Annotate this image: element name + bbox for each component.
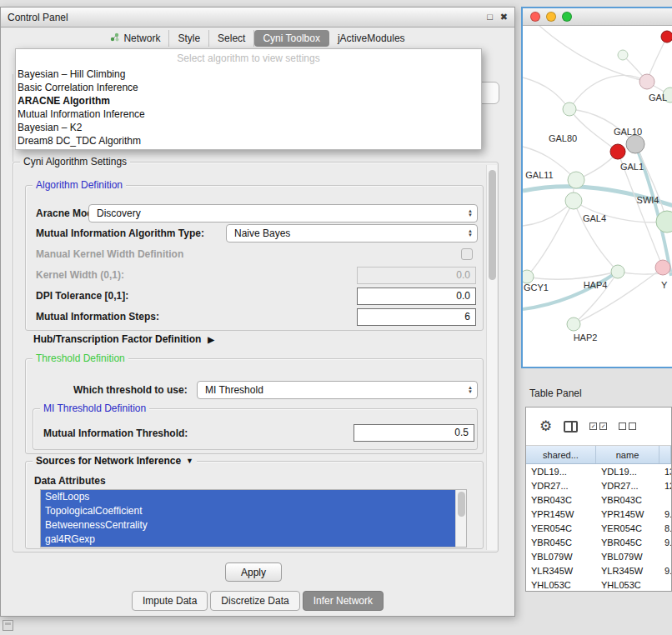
table-cell: YBR043C bbox=[596, 495, 659, 505]
dpi-tolerance-field[interactable]: 0.0 bbox=[357, 288, 476, 305]
node-gcy1[interactable] bbox=[523, 270, 534, 283]
network-node-label: GAL80 bbox=[549, 133, 577, 143]
node-green-top[interactable] bbox=[563, 102, 576, 116]
algorithm-option-bayesian-hill-climbing[interactable]: Bayesian – Hill Climbing bbox=[16, 68, 481, 81]
float-window-icon[interactable]: □ bbox=[487, 12, 493, 22]
data-attributes-list: SelfLoopsTopologicalCoefficientBetweenne… bbox=[40, 489, 467, 548]
table-row[interactable]: YER054CYER054C8. bbox=[526, 521, 671, 535]
sources-group-title-row[interactable]: Sources for Network Inference ▼ bbox=[33, 455, 197, 467]
network-edge bbox=[527, 201, 574, 277]
threshold-definition-title: Threshold Definition bbox=[33, 352, 128, 364]
table-cell: YER054C bbox=[526, 523, 596, 533]
dock-panel-icon[interactable] bbox=[3, 620, 13, 631]
table-cell: YHL053C bbox=[526, 580, 596, 590]
tab-jactivemodules[interactable]: jActiveModules bbox=[329, 30, 414, 47]
aracne-mode-select[interactable]: Discovery ▲▼ bbox=[88, 204, 478, 222]
algorithm-option-basic-correlation-inference[interactable]: Basic Correlation Inference bbox=[16, 81, 481, 94]
network-node-label: SWI4 bbox=[637, 195, 659, 205]
kernel-width-label: Kernel Width (0,1): bbox=[36, 269, 124, 281]
network-graph[interactable]: GAL80GAL10GAL11GAL1SWI4GAL4GCY1HAP4HAP2G… bbox=[523, 26, 672, 367]
zoom-button[interactable] bbox=[562, 12, 572, 22]
table-row[interactable]: YDL19...YDL19...13 bbox=[526, 464, 671, 478]
attribute-item-gal4rgexp[interactable]: gal4RGexp bbox=[41, 532, 455, 547]
tab-cyni-toolbox[interactable]: Cyni Toolbox bbox=[254, 30, 328, 47]
tab-network[interactable]: Network bbox=[102, 30, 169, 47]
control-panel-titlebar[interactable]: Control Panel □ ✖ bbox=[1, 8, 514, 28]
node-pink-right[interactable] bbox=[655, 260, 670, 275]
scrollbar-thumb[interactable] bbox=[458, 492, 465, 517]
show-columns-icon[interactable] bbox=[564, 421, 578, 432]
dpi-tolerance-label: DPI Tolerance [0,1]: bbox=[36, 290, 128, 302]
node-pink-top[interactable] bbox=[639, 74, 654, 89]
table-row[interactable]: YBR043CYBR043C bbox=[526, 492, 671, 507]
node-mid-green[interactable] bbox=[611, 265, 624, 278]
attribute-item-topologicalcoefficient[interactable]: TopologicalCoefficient bbox=[41, 504, 455, 518]
node-red-selected[interactable] bbox=[610, 144, 625, 159]
column-header-2[interactable] bbox=[659, 446, 671, 463]
close-button[interactable] bbox=[530, 12, 540, 22]
table-row[interactable]: YDR27...YDR27...12 bbox=[526, 478, 671, 492]
node-small-green[interactable] bbox=[618, 50, 628, 60]
manual-kernel-width-checkbox[interactable] bbox=[461, 248, 473, 260]
node-gal11[interactable] bbox=[568, 172, 584, 188]
algorithm-option-bayesian-k2[interactable]: Bayesian – K2 bbox=[16, 121, 481, 134]
column-header-shared-[interactable]: shared... bbox=[526, 446, 596, 463]
manual-kernel-width-label: Manual Kernel Width Definition bbox=[36, 248, 183, 260]
table-cell: YDL19... bbox=[596, 467, 659, 477]
network-canvas[interactable]: GAL80GAL10GAL11GAL1SWI4GAL4GCY1HAP4HAP2G… bbox=[523, 26, 672, 367]
network-node-label: Y bbox=[661, 280, 668, 290]
tab-style[interactable]: Style bbox=[169, 30, 209, 47]
node-red-top-right[interactable] bbox=[661, 31, 672, 42]
scrollbar-thumb[interactable] bbox=[489, 170, 496, 280]
algorithm-option-dream8-dc-tdc-algorithm[interactable]: Dream8 DC_TDC Algorithm bbox=[16, 134, 481, 148]
attributes-list-scrollbar[interactable] bbox=[455, 490, 466, 547]
algorithm-option-aracne-algorithm[interactable]: ARACNE Algorithm bbox=[16, 94, 481, 108]
table-row[interactable]: YBR045CYBR045C9. bbox=[526, 535, 671, 549]
network-window-titlebar[interactable] bbox=[523, 8, 672, 26]
table-row[interactable]: YPR145WYPR145W9. bbox=[526, 507, 671, 521]
bottom-tab-discretize-data[interactable]: Discretize Data bbox=[210, 591, 299, 611]
which-threshold-label: Which threshold to use: bbox=[73, 384, 188, 396]
mi-threshold-field[interactable]: 0.5 bbox=[354, 424, 474, 442]
node-hap2[interactable] bbox=[567, 318, 580, 331]
table-row[interactable]: YHL053CYHL053C bbox=[526, 578, 671, 592]
which-threshold-select[interactable]: MI Threshold ▲▼ bbox=[197, 381, 478, 399]
node-gal10-gray[interactable] bbox=[626, 135, 644, 153]
bottom-tab-infer-network[interactable]: Infer Network bbox=[303, 591, 384, 611]
select-all-icon[interactable]: ✓ ✓ bbox=[589, 422, 607, 430]
attribute-item-selfloops[interactable]: SelfLoops bbox=[41, 490, 455, 504]
network-edge bbox=[523, 78, 569, 109]
gear-icon[interactable]: ⚙ bbox=[539, 419, 552, 433]
mi-algorithm-type-select[interactable]: Naive Bayes ▲▼ bbox=[226, 224, 478, 242]
network-node-label: GAL4 bbox=[583, 213, 606, 223]
table-cell: YBR045C bbox=[526, 538, 596, 548]
column-header-name[interactable]: name bbox=[596, 446, 659, 463]
table-cell: YPR145W bbox=[596, 509, 659, 519]
settings-scrollbar[interactable] bbox=[486, 165, 497, 550]
tab-label: Style bbox=[178, 32, 200, 44]
table-cell: 9. bbox=[659, 509, 671, 519]
table-cell: YBR045C bbox=[596, 538, 659, 548]
network-node-label: GAL11 bbox=[525, 170, 553, 180]
dropdown-placeholder: Select algorithm to view settings bbox=[16, 49, 481, 68]
table-row[interactable]: YLR345WYLR345W9. bbox=[526, 563, 671, 578]
mi-threshold-definition-fieldset: MI Threshold Definition Mutual Informati… bbox=[33, 408, 478, 450]
table-toolbar: ⚙ ✓ ✓ bbox=[526, 408, 671, 446]
table-cell: YHL053C bbox=[596, 580, 659, 590]
apply-button[interactable]: Apply bbox=[225, 562, 282, 582]
minimize-button[interactable] bbox=[546, 12, 556, 22]
hub-section-label: Hub/Transcription Factor Definition bbox=[33, 333, 201, 345]
close-window-icon[interactable]: ✖ bbox=[500, 12, 508, 22]
attribute-item-betweennesscentrality[interactable]: BetweennessCentrality bbox=[41, 518, 455, 532]
bottom-tab-impute-data[interactable]: Impute Data bbox=[132, 591, 208, 611]
mi-threshold-label: Mutual Information Threshold: bbox=[43, 428, 188, 439]
network-node-label: GCY1 bbox=[524, 282, 549, 292]
deselect-all-icon[interactable] bbox=[619, 422, 636, 430]
node-gal4[interactable] bbox=[565, 192, 582, 209]
hub-transcription-factor-section[interactable]: Hub/Transcription Factor Definition ▶ bbox=[33, 333, 214, 345]
tab-select[interactable]: Select bbox=[209, 30, 254, 47]
kernel-width-field[interactable]: 0.0 bbox=[357, 267, 476, 284]
mi-steps-field[interactable]: 6 bbox=[357, 308, 476, 326]
algorithm-option-mutual-information-inference[interactable]: Mutual Information Inference bbox=[16, 108, 481, 121]
table-row[interactable]: YBL079WYBL079W bbox=[526, 549, 671, 563]
